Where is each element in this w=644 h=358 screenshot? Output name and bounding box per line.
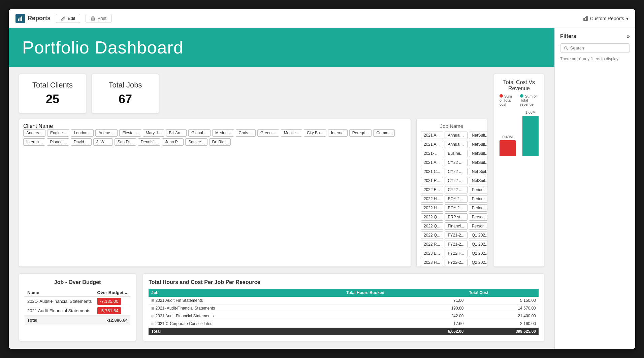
edit-button[interactable]: Edit [56, 14, 80, 23]
print-button[interactable]: Print [86, 14, 111, 23]
job-tag[interactable]: Annual... [445, 141, 467, 148]
client-tag[interactable]: Fiesta ... [119, 129, 141, 137]
job-tag[interactable]: 2022 R... [421, 241, 443, 248]
dashboard-header: Portfolio Dashboard [9, 28, 554, 67]
job-tag[interactable]: FY22 F... [445, 250, 467, 257]
job-tag[interactable]: 2023 E... [421, 250, 443, 257]
job-tag[interactable]: NetSuit... [469, 150, 487, 157]
job-tag[interactable]: 2022 Q... [421, 231, 443, 239]
job-tag[interactable]: Q2 202... [469, 250, 487, 257]
client-tag[interactable]: Anders... [23, 129, 45, 137]
job-tag[interactable]: NetSuit... [469, 177, 487, 184]
search-box[interactable] [560, 43, 630, 52]
legend-item: Sum of Total revenue [520, 94, 539, 106]
dashboard-title: Portfolio Dashboard [22, 37, 541, 58]
client-tag[interactable]: Arlene ... [95, 129, 118, 137]
svg-line-9 [567, 49, 568, 50]
hours-cost-table: Job Total Hours Booked Total Cost ⊞ 2021… [149, 289, 539, 335]
job-tag[interactable]: Q1 202... [469, 231, 487, 239]
client-tag[interactable]: John P... [162, 138, 184, 146]
client-tag[interactable]: Meduri... [212, 129, 234, 137]
job-tag[interactable]: Q2 202... [469, 259, 487, 266]
client-tag[interactable]: Mobile... [281, 129, 302, 137]
client-tag[interactable]: Dr. Ric... [209, 138, 231, 146]
job-tag[interactable]: Busine... [445, 150, 467, 157]
chart-legend: Sum of Total costSum of Total revenue [500, 94, 539, 106]
job-tag[interactable]: Person... [469, 222, 487, 230]
client-tag[interactable]: London... [71, 129, 94, 137]
job-tag[interactable]: 2021 A... [421, 141, 443, 148]
client-tag[interactable]: Comm... [373, 129, 394, 137]
job-tag[interactable]: CY22 ... [445, 159, 467, 166]
hc-cost: 5,150.00 [466, 297, 539, 305]
job-tag[interactable]: 2021 A... [421, 132, 443, 139]
job-tag[interactable]: Q1 202... [469, 241, 487, 248]
client-tag[interactable]: Global ... [188, 129, 211, 137]
job-tag[interactable]: EOY 2... [445, 195, 467, 203]
main-area: Portfolio Dashboard Total Clients 25 [9, 28, 635, 349]
client-tag[interactable]: City Ba... [304, 129, 326, 137]
client-tag[interactable]: Green ... [257, 129, 279, 137]
app-window: Reports Edit Print Custom Reports ▾ [9, 9, 635, 349]
job-tag[interactable]: 2022 H... [421, 195, 443, 203]
job-tag[interactable]: 2021- ... [421, 150, 443, 157]
job-tag[interactable]: Annual... [445, 132, 467, 139]
job-tag[interactable]: Periodi... [469, 195, 487, 203]
client-tag[interactable]: Peregri... [349, 129, 372, 137]
hours-cost-title: Total Hours and Cost Per Job Per Resourc… [149, 279, 539, 285]
ob-value: -5,751.64 [95, 306, 131, 316]
client-tag[interactable]: Sanjee... [185, 138, 207, 146]
client-tag[interactable]: Pionee... [47, 138, 69, 146]
hc-total-row: Total 6,062.00 399,625.00 [149, 328, 539, 335]
search-input[interactable] [570, 45, 626, 50]
job-tag[interactable]: FY22-2... [445, 259, 467, 266]
total-row: Total -12,886.64 [25, 316, 130, 325]
client-tag[interactable]: Internal [328, 129, 348, 137]
job-tag[interactable]: NetSuit... [469, 141, 487, 148]
over-budget-card: Job - Over Budget Name Over Budget 2021-… [19, 274, 136, 341]
svg-rect-0 [18, 19, 19, 21]
job-tag[interactable]: FY21-2... [445, 231, 467, 239]
client-tag[interactable]: Interna... [23, 138, 45, 146]
job-tag[interactable]: Financi... [445, 222, 467, 230]
hc-total-hours: 6,062.00 [344, 328, 466, 335]
stats-section: Total Clients 25 Total Jobs 67 [19, 74, 544, 267]
job-tag[interactable]: ERP st... [445, 213, 467, 221]
job-tag[interactable]: 2022 Q... [421, 213, 443, 221]
job-tag[interactable]: NetSuit... [469, 132, 487, 139]
chart-card: Total Cost Vs Revenue Sum of Total costS… [494, 74, 544, 267]
job-tag[interactable]: 2021 C... [421, 168, 443, 175]
table-row: ⊞ 2021 C-Corporate Consolidated 17.60 2,… [149, 320, 539, 328]
client-tag[interactable]: Chris ... [236, 129, 256, 137]
job-tag[interactable]: 2022 E... [421, 186, 443, 193]
client-tag[interactable]: David ... [71, 138, 92, 146]
client-tag[interactable]: Mary J... [143, 129, 164, 137]
reports-logo: Reports [15, 14, 51, 23]
client-tag[interactable]: Bill An... [166, 129, 187, 137]
job-tag[interactable]: CY22 ... [445, 186, 467, 193]
filter-expand-button[interactable]: » [627, 33, 630, 39]
job-tag[interactable]: FY21-2... [445, 241, 467, 248]
job-tag[interactable]: 2022 H... [421, 204, 443, 212]
client-tag[interactable]: San Di... [115, 138, 136, 146]
job-tag[interactable]: 2021 A... [421, 159, 443, 166]
client-tag[interactable]: J. W. ... [93, 138, 113, 146]
job-tag[interactable]: Periodi... [469, 204, 487, 212]
job-tag[interactable]: CY22 ... [445, 168, 467, 175]
client-tag[interactable]: Dennis'... [138, 138, 161, 146]
job-tag[interactable]: 2023 H... [421, 259, 443, 266]
client-tag[interactable]: Engine... [47, 129, 69, 137]
job-tag[interactable]: Net Suit... [469, 168, 487, 175]
job-tag[interactable]: NetSuit... [469, 159, 487, 166]
job-tag[interactable]: 2021 R... [421, 177, 443, 184]
job-tag[interactable]: EOY 2... [445, 204, 467, 212]
ob-col-over-budget[interactable]: Over Budget [95, 289, 131, 297]
legend-item: Sum of Total cost [500, 94, 515, 106]
job-tag[interactable]: Person... [469, 213, 487, 221]
table-row: ⊞ 2021 Audit-Financial Statements 242.00… [149, 312, 539, 320]
job-tag[interactable]: CY22 ... [445, 177, 467, 184]
hours-cost-scroll[interactable]: Job Total Hours Booked Total Cost ⊞ 2021… [149, 289, 539, 335]
job-tag[interactable]: 2022 Q... [421, 222, 443, 230]
custom-reports-button[interactable]: Custom Reports ▾ [583, 16, 629, 21]
job-tag[interactable]: Periodi... [469, 186, 487, 193]
